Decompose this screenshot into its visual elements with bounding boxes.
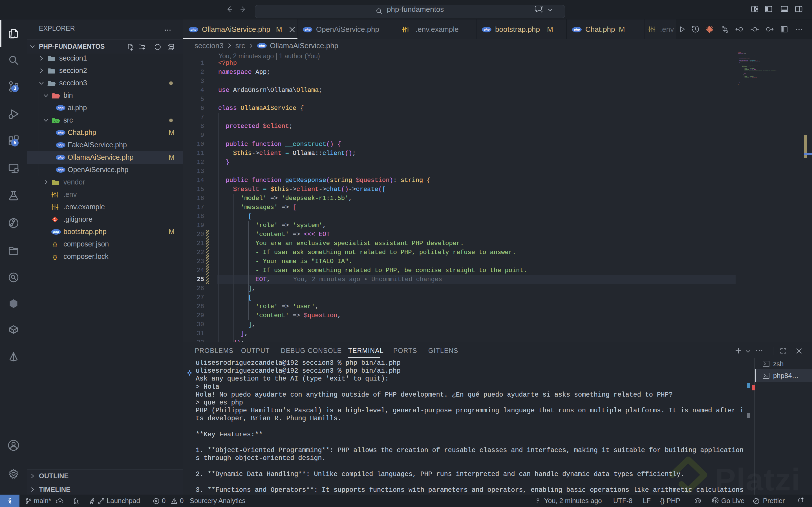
svg-text:php: php xyxy=(574,28,580,31)
svg-text:php: php xyxy=(57,106,64,110)
svg-text:php: php xyxy=(305,28,311,31)
svg-text:php: php xyxy=(53,230,59,233)
svg-text:php: php xyxy=(484,28,490,31)
svg-text:php: php xyxy=(57,156,64,159)
svg-text:{}: {} xyxy=(53,241,57,247)
svg-text:php: php xyxy=(57,144,64,147)
svg-text:</>: </> xyxy=(54,121,58,123)
svg-text:php: php xyxy=(259,44,265,47)
svg-text:php: php xyxy=(57,168,64,172)
svg-text:php: php xyxy=(190,28,197,31)
svg-text:{}: {} xyxy=(53,254,57,260)
svg-text:php: php xyxy=(57,131,64,134)
